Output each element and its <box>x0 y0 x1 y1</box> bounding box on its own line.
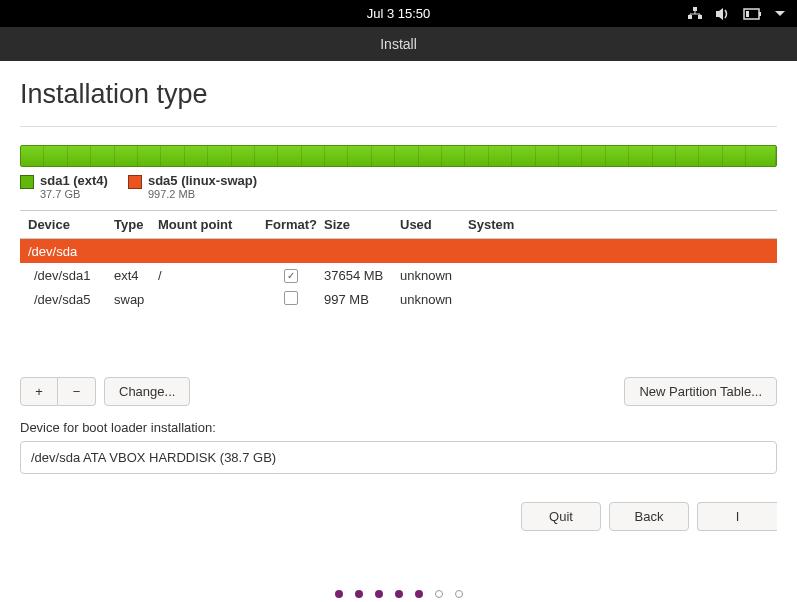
svg-rect-1 <box>688 15 692 19</box>
legend-name: sda1 (ext4) <box>40 173 108 188</box>
dot <box>415 590 423 598</box>
cell-device: /dev/sda1 <box>24 268 114 283</box>
svg-rect-4 <box>759 12 761 16</box>
format-checkbox[interactable] <box>284 291 298 305</box>
dot <box>395 590 403 598</box>
wizard-nav: Quit Back I <box>20 502 777 531</box>
cell-format <box>258 291 324 308</box>
add-partition-button[interactable]: + <box>20 377 58 406</box>
svg-rect-5 <box>746 11 749 17</box>
table-body: /dev/sda /dev/sda1 ext4 / 37654 MB unkno… <box>20 239 777 369</box>
cell-type: ext4 <box>114 268 158 283</box>
bootloader-label: Device for boot loader installation: <box>20 420 777 435</box>
new-partition-table-button[interactable]: New Partition Table... <box>624 377 777 406</box>
cell-type: swap <box>114 292 158 307</box>
install-button[interactable]: I <box>697 502 777 531</box>
clock: Jul 3 15:50 <box>367 6 431 21</box>
cell-mount: / <box>158 268 258 283</box>
table-row[interactable]: /dev/sda1 ext4 / 37654 MB unknown <box>20 263 777 287</box>
system-tray <box>687 7 785 21</box>
svg-rect-0 <box>693 7 697 11</box>
battery-icon[interactable] <box>743 8 763 20</box>
divider <box>20 126 777 127</box>
volume-icon[interactable] <box>715 7 731 21</box>
dot <box>375 590 383 598</box>
legend-item: sda1 (ext4) 37.7 GB <box>20 173 108 200</box>
col-size[interactable]: Size <box>324 217 400 232</box>
partition-legend: sda1 (ext4) 37.7 GB sda5 (linux-swap) 99… <box>20 173 777 200</box>
dot <box>435 590 443 598</box>
cell-device: /dev/sda <box>24 244 114 259</box>
cell-used: unknown <box>400 268 468 283</box>
dot <box>335 590 343 598</box>
cell-size: 37654 MB <box>324 268 400 283</box>
svg-rect-2 <box>698 15 702 19</box>
window-title: Install <box>380 36 417 52</box>
col-type[interactable]: Type <box>114 217 158 232</box>
table-row[interactable]: /dev/sda <box>20 239 777 263</box>
legend-item: sda5 (linux-swap) 997.2 MB <box>128 173 257 200</box>
network-icon[interactable] <box>687 7 703 21</box>
cell-device: /dev/sda5 <box>24 292 114 307</box>
dot <box>455 590 463 598</box>
window-titlebar: Install <box>0 27 797 61</box>
format-checkbox[interactable] <box>284 269 298 283</box>
cell-size: 997 MB <box>324 292 400 307</box>
col-used[interactable]: Used <box>400 217 468 232</box>
legend-size: 37.7 GB <box>40 188 108 200</box>
legend-swatch <box>128 175 142 189</box>
table-row[interactable]: /dev/sda5 swap 997 MB unknown <box>20 287 777 312</box>
partition-table: Device Type Mount point Format? Size Use… <box>20 210 777 369</box>
bootloader-select[interactable]: /dev/sda ATA VBOX HARDDISK (38.7 GB) <box>20 441 777 474</box>
cell-used: unknown <box>400 292 468 307</box>
legend-name: sda5 (linux-swap) <box>148 173 257 188</box>
dot <box>355 590 363 598</box>
col-format[interactable]: Format? <box>258 217 324 232</box>
page-title: Installation type <box>20 79 777 110</box>
progress-dots <box>0 590 797 598</box>
col-device[interactable]: Device <box>24 217 114 232</box>
legend-size: 997.2 MB <box>148 188 257 200</box>
system-topbar: Jul 3 15:50 <box>0 0 797 27</box>
col-mount[interactable]: Mount point <box>158 217 258 232</box>
chevron-down-icon[interactable] <box>775 10 785 18</box>
remove-partition-button[interactable]: − <box>58 377 96 406</box>
quit-button[interactable]: Quit <box>521 502 601 531</box>
change-partition-button[interactable]: Change... <box>104 377 190 406</box>
table-header: Device Type Mount point Format? Size Use… <box>20 211 777 239</box>
cell-format <box>258 267 324 283</box>
legend-swatch <box>20 175 34 189</box>
col-system[interactable]: System <box>468 217 773 232</box>
disk-usage-bar[interactable] <box>20 145 777 167</box>
back-button[interactable]: Back <box>609 502 689 531</box>
partition-toolbar: + − Change... New Partition Table... <box>20 377 777 406</box>
